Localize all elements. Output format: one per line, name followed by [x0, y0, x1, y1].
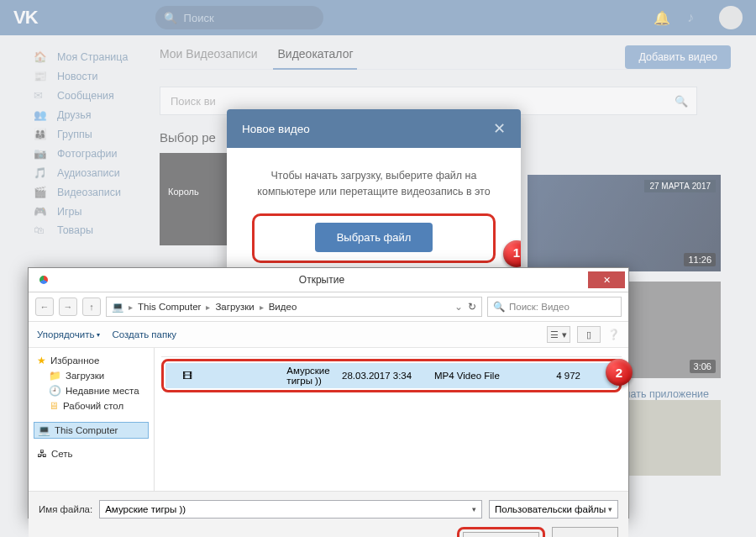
mail-icon: ✉ [34, 89, 49, 102]
help-icon[interactable]: ❔ [607, 329, 620, 340]
pc-icon: 💻 [112, 301, 123, 313]
file-row[interactable]: 🎞Амурские тигры )) 28.03.2017 3:34 MP4 V… [165, 363, 617, 388]
sidebar-item-news[interactable]: 📰Новости [34, 66, 151, 86]
sidebar-item-label: Новости [57, 71, 97, 82]
callout-badge-1: 1 [503, 240, 521, 267]
news-icon: 📰 [34, 70, 49, 82]
tree-desktop[interactable]: 🖥Рабочий стол [34, 398, 149, 413]
new-folder-button[interactable]: Создать папку [112, 329, 176, 340]
network-icon: 🖧 [37, 449, 47, 459]
search-icon: 🔍 [164, 12, 177, 24]
file-list: 🎞Амурские тигры )) 28.03.2017 3:34 MP4 V… [155, 348, 628, 491]
tree-label: Избранное [50, 355, 99, 366]
tree-network[interactable]: 🖧Сеть [34, 447, 149, 461]
nav-back-button[interactable]: ← [35, 297, 54, 316]
vk-logo: VK [13, 7, 38, 29]
bell-icon[interactable]: 🔔 [654, 10, 670, 26]
open-button[interactable]: Открыть ▾ [463, 532, 538, 537]
dialog-body: ★Избранное 📁Загрузки 🕘Недавние места 🖥Ра… [29, 348, 628, 491]
close-icon[interactable]: ✕ [588, 271, 625, 288]
sidebar-item-label: Моя Страница [57, 51, 128, 63]
organize-menu[interactable]: Упорядочить▾ [37, 329, 100, 340]
games-icon: 🎮 [34, 205, 49, 218]
tabs: Мои Видеозаписи Видеокаталог Добавить ви… [160, 47, 731, 70]
close-icon[interactable]: ✕ [493, 119, 506, 138]
filter-dropdown[interactable]: Пользовательски файлы ▾ [489, 500, 618, 519]
modal-header: Новое видео ✕ [227, 109, 521, 148]
market-icon: 🛍 [34, 224, 49, 236]
music-icon[interactable]: ♪ [687, 10, 694, 25]
tree-recent[interactable]: 🕘Недавние места [34, 383, 149, 398]
cancel-button[interactable]: Отмена [552, 527, 618, 537]
modal-title: Новое видео [242, 123, 310, 135]
nav-up-button[interactable]: ↑ [82, 297, 101, 316]
sidebar-item-label: Видеозаписи [57, 187, 121, 198]
filename-input[interactable]: Амурские тигры )) ▾ [99, 500, 482, 519]
chevron-down-icon[interactable]: ▾ [472, 505, 476, 513]
breadcrumb[interactable]: 💻 ▸ This Computer ▸ Загрузки ▸ Видео ⌄ ↻ [106, 297, 482, 317]
dialog-toolbar: ← → ↑ 💻 ▸ This Computer ▸ Загрузки ▸ Вид… [29, 292, 628, 322]
sidebar-item-label: Игры [57, 206, 81, 218]
sidebar-item-friends[interactable]: 👥Друзья [34, 105, 151, 124]
upload-modal: Новое видео ✕ Чтобы начать загрузку, выб… [227, 109, 521, 288]
file-icon: 🎞 [174, 371, 282, 381]
star-icon: ★ [37, 355, 46, 366]
tree-label: Загрузки [66, 371, 104, 381]
sidebar-item-market[interactable]: 🛍Товары [34, 221, 151, 240]
chevron-down-icon[interactable]: ⌄ [454, 301, 463, 313]
sidebar-item-audio[interactable]: 🎵Аудиозаписи [34, 163, 151, 182]
tab-video-catalog[interactable]: Видеокаталог [277, 47, 353, 61]
file-date-cell: 28.03.2017 3:34 [342, 371, 434, 381]
sidebar-item-photos[interactable]: 📷Фотографии [34, 144, 151, 163]
breadcrumb-part[interactable]: Загрузки [215, 302, 254, 312]
filename-value: Амурские тигры )) [105, 504, 186, 514]
dialog-search-input[interactable]: 🔍 Поиск: Видео [487, 297, 622, 317]
groups-icon: 👨‍👩‍👦 [34, 128, 49, 140]
column-headers[interactable] [161, 351, 622, 357]
choose-file-button[interactable]: Выбрать файл [315, 223, 433, 252]
folder-icon: 📁 [49, 370, 61, 382]
chrome-icon [37, 273, 50, 287]
tab-my-videos[interactable]: Мои Видеозаписи [160, 47, 257, 61]
sidebar-item-messages[interactable]: ✉Сообщения [34, 86, 151, 105]
header-icons: 🔔 ♪ [654, 6, 743, 29]
chevron-right-icon: ▸ [260, 303, 264, 312]
sidebar-item-label: Друзья [57, 109, 92, 121]
thumb-caption: Король [168, 187, 199, 197]
thumb-duration: 3:06 [690, 360, 716, 373]
search-placeholder: Поиск [184, 12, 214, 24]
chevron-right-icon: ▸ [129, 303, 133, 312]
video-thumb[interactable]: 27 МАРТА 2017 11:26 [528, 175, 721, 271]
breadcrumb-part[interactable]: This Computer [138, 302, 201, 312]
add-video-button[interactable]: Добавить видео [625, 45, 731, 69]
filter-value: Пользовательски файлы [495, 504, 606, 514]
tree-this-computer[interactable]: 💻This Computer [34, 422, 149, 439]
sidebar-item-label: Товары [57, 224, 93, 236]
chevron-down-icon[interactable]: ▾ [608, 505, 612, 513]
view-mode-button[interactable]: ☰ ▾ [547, 326, 570, 343]
tree-label: Рабочий стол [63, 401, 123, 411]
nav-forward-button[interactable]: → [59, 297, 77, 316]
refresh-icon[interactable]: ↻ [468, 301, 476, 313]
sidebar-item-groups[interactable]: 👨‍👩‍👦Группы [34, 124, 151, 144]
tree-downloads[interactable]: 📁Загрузки [34, 368, 149, 383]
sidebar-item-label: Группы [57, 129, 92, 140]
modal-text: Чтобы начать загрузку, выберите файл на … [252, 168, 496, 200]
search-icon[interactable]: 🔍 [675, 95, 688, 108]
sidebar-item-videos[interactable]: 🎬Видеозаписи [34, 182, 151, 202]
callout-badge-2: 2 [606, 359, 633, 386]
sidebar-item-label: Фотографии [57, 148, 117, 160]
sidebar-item-games[interactable]: 🎮Игры [34, 202, 151, 221]
preview-pane-button[interactable]: ▯ [577, 326, 601, 343]
breadcrumb-part[interactable]: Видео [269, 302, 297, 312]
search-icon: 🔍 [493, 301, 505, 313]
video-icon: 🎬 [34, 186, 49, 198]
tree-favorites[interactable]: ★Избранное [34, 353, 149, 368]
sidebar-item-profile[interactable]: 🏠Моя Страница [34, 47, 151, 66]
user-avatar[interactable] [719, 6, 743, 29]
search-placeholder-text: Поиск ви [171, 95, 216, 108]
tree-label: Недавние места [66, 386, 139, 396]
desktop-icon: 🖥 [49, 400, 59, 412]
filename-label: Имя файла: [39, 504, 92, 514]
header-search[interactable]: 🔍 Поиск [155, 6, 323, 29]
